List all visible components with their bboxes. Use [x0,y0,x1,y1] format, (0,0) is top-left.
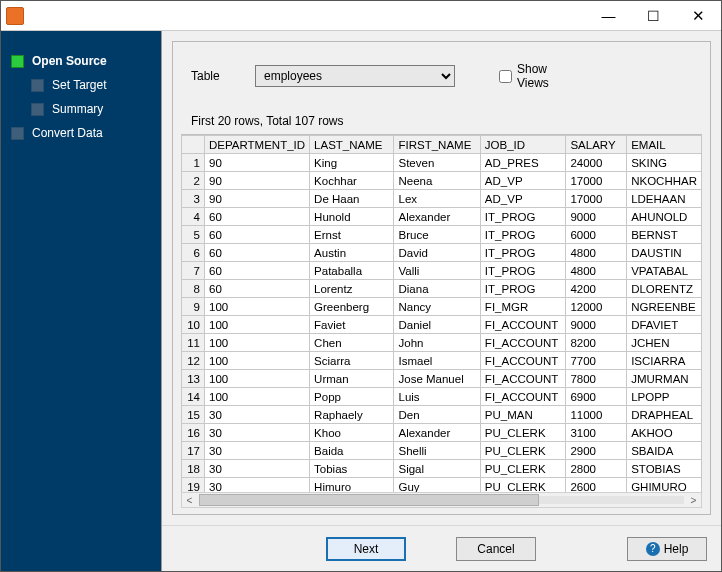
table-row[interactable]: 460HunoldAlexanderIT_PROG9000AHUNOLD [182,208,702,226]
maximize-button[interactable]: ☐ [631,2,676,30]
cell[interactable]: John [394,334,480,352]
cell[interactable]: NKOCHHAR [627,172,702,190]
cell[interactable]: AD_PRES [480,154,566,172]
cell[interactable]: 17000 [566,172,627,190]
next-button[interactable]: Next [326,537,406,561]
cell[interactable]: FI_MGR [480,298,566,316]
cell[interactable]: SBAIDA [627,442,702,460]
scroll-track[interactable] [199,496,684,504]
table-row[interactable]: 390De HaanLexAD_VP17000LDEHAAN [182,190,702,208]
cell[interactable]: FI_ACCOUNT [480,388,566,406]
cell[interactable]: ISCIARRA [627,352,702,370]
cell[interactable]: Greenberg [310,298,394,316]
cell[interactable]: King [310,154,394,172]
table-row[interactable]: 12100SciarraIsmaelFI_ACCOUNT7700ISCIARRA [182,352,702,370]
cell[interactable]: Daniel [394,316,480,334]
cell[interactable]: DFAVIET [627,316,702,334]
cell[interactable]: 4200 [566,280,627,298]
table-row[interactable]: 860LorentzDianaIT_PROG4200DLORENTZ [182,280,702,298]
cell[interactable]: 8200 [566,334,627,352]
cell[interactable]: Jose Manuel [394,370,480,388]
scroll-right-icon[interactable]: > [686,495,701,506]
scroll-left-icon[interactable]: < [182,495,197,506]
data-grid-scroll[interactable]: DEPARTMENT_IDLAST_NAMEFIRST_NAMEJOB_IDSA… [181,135,702,492]
cell[interactable]: FI_ACCOUNT [480,334,566,352]
column-header[interactable]: JOB_ID [480,136,566,154]
cell[interactable]: AHUNOLD [627,208,702,226]
cell[interactable]: Khoo [310,424,394,442]
cell[interactable]: 100 [205,334,310,352]
cell[interactable]: STOBIAS [627,460,702,478]
cell[interactable]: Steven [394,154,480,172]
table-row[interactable]: 760PataballaValliIT_PROG4800VPATABAL [182,262,702,280]
cell[interactable]: 7700 [566,352,627,370]
cell[interactable]: Nancy [394,298,480,316]
table-row[interactable]: 1530RaphaelyDenPU_MAN11000DRAPHEAL [182,406,702,424]
cell[interactable]: Faviet [310,316,394,334]
cell[interactable]: 60 [205,226,310,244]
show-views-checkbox[interactable] [499,70,512,83]
cell[interactable]: 100 [205,352,310,370]
cell[interactable]: Shelli [394,442,480,460]
cell[interactable]: 4800 [566,244,627,262]
cell[interactable]: Hunold [310,208,394,226]
cell[interactable]: Himuro [310,478,394,493]
cell[interactable]: Sigal [394,460,480,478]
cell[interactable]: 17000 [566,190,627,208]
cell[interactable]: Alexander [394,424,480,442]
cell[interactable]: AD_VP [480,172,566,190]
cell[interactable]: Lorentz [310,280,394,298]
cell[interactable]: 9000 [566,316,627,334]
cell[interactable]: 6000 [566,226,627,244]
cell[interactable]: IT_PROG [480,262,566,280]
cell[interactable]: NGREENBE [627,298,702,316]
cell[interactable]: AKHOO [627,424,702,442]
horizontal-scrollbar[interactable]: < > [181,492,702,508]
cell[interactable]: PU_CLERK [480,460,566,478]
cell[interactable]: 2800 [566,460,627,478]
cell[interactable]: PU_CLERK [480,442,566,460]
column-header[interactable]: EMAIL [627,136,702,154]
cell[interactable]: Austin [310,244,394,262]
cell[interactable]: 12000 [566,298,627,316]
cell[interactable]: IT_PROG [480,280,566,298]
cell[interactable]: PU_CLERK [480,478,566,493]
cell[interactable]: David [394,244,480,262]
cell[interactable]: 90 [205,154,310,172]
cell[interactable]: Den [394,406,480,424]
cell[interactable]: 90 [205,190,310,208]
cell[interactable]: GHIMURO [627,478,702,493]
cell[interactable]: 24000 [566,154,627,172]
cell[interactable]: Valli [394,262,480,280]
cell[interactable]: Pataballa [310,262,394,280]
cell[interactable]: Raphaely [310,406,394,424]
table-row[interactable]: 1830TobiasSigalPU_CLERK2800STOBIAS [182,460,702,478]
cell[interactable]: 30 [205,442,310,460]
table-row[interactable]: 13100UrmanJose ManuelFI_ACCOUNT7800JMURM… [182,370,702,388]
column-header[interactable]: SALARY [566,136,627,154]
cell[interactable]: Chen [310,334,394,352]
cell[interactable]: JCHEN [627,334,702,352]
minimize-button[interactable]: — [586,2,631,30]
cell[interactable]: FI_ACCOUNT [480,316,566,334]
table-row[interactable]: 14100PoppLuisFI_ACCOUNT6900LPOPP [182,388,702,406]
cell[interactable]: Lex [394,190,480,208]
cell[interactable]: 7800 [566,370,627,388]
cell[interactable]: 30 [205,478,310,493]
cell[interactable]: Urman [310,370,394,388]
cell[interactable]: LPOPP [627,388,702,406]
table-row[interactable]: 560ErnstBruceIT_PROG6000BERNST [182,226,702,244]
cell[interactable]: Guy [394,478,480,493]
column-header[interactable]: LAST_NAME [310,136,394,154]
table-row[interactable]: 9100GreenbergNancyFI_MGR12000NGREENBE [182,298,702,316]
cell[interactable]: 30 [205,406,310,424]
cell[interactable]: 60 [205,208,310,226]
cell[interactable]: 11000 [566,406,627,424]
cell[interactable]: 30 [205,460,310,478]
cell[interactable]: 100 [205,316,310,334]
table-row[interactable]: 1730BaidaShelliPU_CLERK2900SBAIDA [182,442,702,460]
cell[interactable]: FI_ACCOUNT [480,370,566,388]
cell[interactable]: VPATABAL [627,262,702,280]
cell[interactable]: IT_PROG [480,208,566,226]
cell[interactable]: PU_MAN [480,406,566,424]
